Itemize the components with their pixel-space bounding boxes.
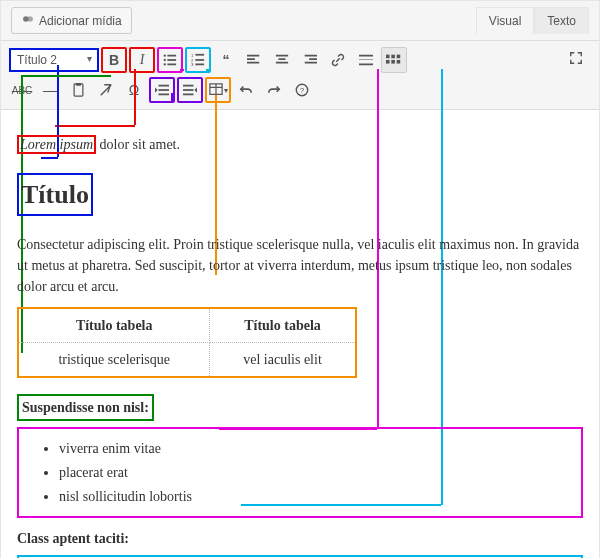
svg-rect-26 [359,64,373,66]
svg-point-6 [164,63,166,65]
toolbar-row-1: Título 2 B I 123 “ [9,47,591,73]
table-header: Título tabela [210,308,356,343]
toolbar-row-2: ABC — Ω ▾ [9,77,591,103]
readmore-button[interactable] [353,47,379,73]
unordered-list-box: viverra enim vitae placerat erat nisl so… [17,427,583,518]
italic-button[interactable]: I [129,47,155,73]
top-bar: Adicionar mídia Visual Texto [1,1,599,41]
lorem-highlight: Lorem ipsum [17,135,96,154]
svg-rect-20 [305,55,317,57]
list-item: nisl sollicitudin lobortis [59,486,571,507]
table-header: Título tabela [18,308,210,343]
svg-rect-36 [159,89,170,91]
svg-rect-13 [195,64,204,66]
blockquote-button[interactable]: “ [213,47,239,73]
svg-rect-11 [195,59,204,61]
align-right-button[interactable] [297,47,323,73]
svg-rect-18 [279,58,286,60]
svg-text:3: 3 [191,62,194,67]
table-button[interactable]: ▾ [205,77,231,103]
tab-visual[interactable]: Visual [476,7,534,34]
list-item: viverra enim vitae [59,438,571,459]
table-row: tristique scelerisque vel iaculis elit [18,343,356,378]
connector-line [21,75,111,77]
toolbar-toggle-button[interactable] [381,47,407,73]
table-cell: vel iaculis elit [210,343,356,378]
svg-rect-15 [247,58,255,60]
table-row: Título tabela Título tabela [18,308,356,343]
svg-rect-37 [159,94,170,96]
subheading: Suspendisse non nisl: [17,394,154,421]
hr-button[interactable]: — [37,77,63,103]
svg-rect-5 [167,59,176,61]
svg-rect-17 [276,55,288,57]
heading-2: Título [17,173,93,216]
svg-rect-3 [167,55,176,57]
align-center-button[interactable] [269,47,295,73]
format-select[interactable]: Título 2 [9,48,99,72]
bold-button[interactable]: B [101,47,127,73]
svg-rect-7 [167,64,176,66]
svg-rect-31 [391,60,395,64]
svg-rect-14 [247,55,259,57]
svg-rect-30 [386,60,390,64]
content-table: Título tabela Título tabela tristique sc… [17,307,357,378]
editor-tabs: Visual Texto [476,7,589,34]
svg-text:?: ? [300,86,305,95]
paste-button[interactable] [65,77,91,103]
clear-format-button[interactable] [93,77,119,103]
editor-content[interactable]: Lorem ipsum dolor sit amet. Título Conse… [1,110,599,558]
svg-rect-16 [247,62,259,64]
redo-button[interactable] [261,77,287,103]
svg-rect-33 [74,84,83,96]
media-icon [21,12,35,29]
subheading-class: Class aptent taciti: [17,528,583,549]
format-select-label: Título 2 [17,53,57,67]
svg-rect-28 [391,55,395,59]
paragraph: Lorem ipsum dolor sit amet. [17,134,583,155]
svg-rect-32 [397,60,401,64]
svg-rect-23 [359,55,373,57]
connector-line [206,69,210,71]
svg-rect-40 [183,94,194,96]
svg-rect-38 [183,85,194,87]
paragraph-body: Consectetur adipiscing elit. Proin trist… [17,234,583,297]
connector-line [171,93,173,101]
lorem-tail: dolor sit amet. [96,137,180,152]
svg-point-4 [164,59,166,61]
svg-point-1 [27,16,33,22]
svg-rect-29 [397,55,401,59]
unordered-list: viverra enim vitae placerat erat nisl so… [49,438,571,507]
editor-wrapper: Adicionar mídia Visual Texto Título 2 B … [0,0,600,558]
list-item: placerat erat [59,462,571,483]
add-media-label: Adicionar mídia [39,14,122,28]
tab-text[interactable]: Texto [534,7,589,34]
svg-point-2 [164,54,166,56]
svg-rect-39 [183,89,194,91]
add-media-button[interactable]: Adicionar mídia [11,7,132,34]
indent-button[interactable] [177,77,203,103]
table-cell: tristique scelerisque [18,343,210,378]
svg-rect-25 [359,59,373,60]
undo-button[interactable] [233,77,259,103]
svg-rect-9 [195,54,204,56]
svg-rect-21 [309,58,317,60]
svg-rect-22 [305,62,317,64]
chevron-down-icon: ▾ [224,86,228,95]
help-button[interactable]: ? [289,77,315,103]
align-left-button[interactable] [241,47,267,73]
svg-rect-35 [159,85,170,87]
svg-rect-34 [75,83,80,86]
svg-rect-27 [386,55,390,59]
distraction-free-button[interactable] [563,45,589,71]
connector-line [180,69,184,71]
svg-rect-19 [276,62,288,64]
link-button[interactable] [325,47,351,73]
